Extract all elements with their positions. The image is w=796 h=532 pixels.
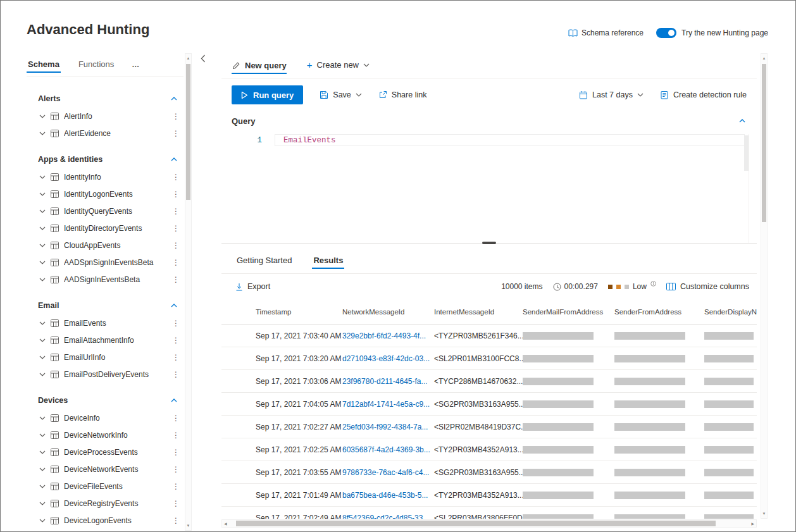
chevron-down-icon[interactable] bbox=[39, 502, 46, 505]
more-options-icon[interactable]: ⋮ bbox=[172, 241, 178, 250]
column-header[interactable]: SenderDisplayName bbox=[704, 308, 757, 316]
scroll-down-arrow[interactable]: ▼ bbox=[761, 512, 767, 516]
schema-table-deviceregistryevents[interactable]: DeviceRegistryEvents⋮ bbox=[27, 495, 183, 512]
scroll-up-arrow[interactable]: ▲ bbox=[761, 56, 767, 60]
horizontal-scrollbar[interactable]: ◀ ▶ bbox=[221, 519, 757, 528]
chevron-down-icon[interactable] bbox=[39, 209, 46, 213]
network-message-id-link[interactable]: 9786733e-76ac-4af6-c4... bbox=[342, 468, 429, 477]
chevron-up-icon[interactable] bbox=[171, 399, 177, 402]
tab-results[interactable]: Results bbox=[312, 256, 344, 273]
more-options-icon[interactable]: ⋮ bbox=[172, 173, 178, 182]
chevron-up-icon[interactable] bbox=[171, 304, 177, 307]
table-row[interactable]: Sep 17, 2021 7:03:55 AM9786733e-76ac-4af… bbox=[221, 461, 757, 484]
collapse-sidebar-button[interactable] bbox=[201, 54, 206, 63]
more-options-icon[interactable]: ⋮ bbox=[172, 414, 178, 423]
schema-group-header[interactable]: Alerts bbox=[27, 90, 183, 108]
schema-table-alertevidence[interactable]: AlertEvidence⋮ bbox=[27, 125, 183, 142]
scrollbar-thumb[interactable] bbox=[236, 521, 716, 526]
schema-table-identitydirectoryevents[interactable]: IdentityDirectoryEvents⋮ bbox=[27, 220, 183, 237]
more-options-icon[interactable]: ⋮ bbox=[172, 207, 178, 216]
more-options-icon[interactable]: ⋮ bbox=[172, 258, 178, 267]
schema-table-aadsignineventsbeta[interactable]: AADSignInEventsBeta⋮ bbox=[27, 271, 183, 288]
scroll-up-arrow[interactable]: ▲ bbox=[185, 56, 191, 60]
more-options-icon[interactable]: ⋮ bbox=[172, 190, 178, 199]
schema-table-identitylogonevents[interactable]: IdentityLogonEvents⋮ bbox=[27, 185, 183, 202]
more-options-icon[interactable]: ⋮ bbox=[172, 112, 178, 121]
column-header[interactable]: InternetMessageId bbox=[434, 308, 523, 316]
schema-group-header[interactable]: Email bbox=[27, 297, 183, 314]
schema-table-alertinfo[interactable]: AlertInfo⋮ bbox=[27, 108, 183, 125]
schema-table-devicenetworkevents[interactable]: DeviceNetworkEvents⋮ bbox=[27, 461, 183, 478]
column-header[interactable]: NetworkMessageId bbox=[342, 308, 434, 316]
network-message-id-link[interactable]: 7d12abf4-1741-4e5a-c9... bbox=[342, 400, 430, 409]
export-button[interactable]: Export bbox=[235, 282, 270, 291]
schema-table-identityqueryevents[interactable]: IdentityQueryEvents⋮ bbox=[27, 202, 183, 220]
table-row[interactable]: Sep 17, 2021 7:02:25 AM6035687f-4a2d-436… bbox=[221, 438, 757, 461]
collapse-query-button[interactable] bbox=[739, 119, 745, 123]
table-row[interactable]: Sep 17, 2021 7:02:27 AM25efd034-f992-438… bbox=[221, 416, 757, 438]
network-message-id-link[interactable]: 23f96780-d211-4645-fa... bbox=[342, 377, 428, 386]
chevron-down-icon[interactable] bbox=[39, 132, 46, 135]
schema-table-emailattachmentinfo[interactable]: EmailAttachmentInfo⋮ bbox=[27, 331, 183, 349]
more-options-icon[interactable]: ⋮ bbox=[172, 336, 178, 345]
table-row[interactable]: Sep 17, 2021 7:03:20 AMd2710943-e83f-42d… bbox=[221, 347, 757, 370]
chevron-down-icon[interactable] bbox=[39, 338, 46, 342]
scroll-left-arrow[interactable]: ◀ bbox=[224, 521, 227, 526]
network-message-id-link[interactable]: 329e2bbf-6fd2-4493-4f... bbox=[342, 331, 426, 340]
schema-table-cloudappevents[interactable]: CloudAppEvents⋮ bbox=[27, 237, 183, 254]
network-message-id-link[interactable]: 25efd034-f992-4384-7a... bbox=[342, 423, 428, 431]
chevron-down-icon[interactable] bbox=[39, 450, 46, 454]
customize-columns-button[interactable]: Customize columns bbox=[666, 282, 749, 291]
save-button[interactable]: Save bbox=[320, 90, 362, 99]
chevron-down-icon[interactable] bbox=[39, 226, 46, 230]
schema-table-devicefileevents[interactable]: DeviceFileEvents⋮ bbox=[27, 478, 183, 495]
more-options-icon[interactable]: ⋮ bbox=[172, 370, 178, 379]
more-options-icon[interactable]: ⋮ bbox=[172, 516, 178, 525]
tab-functions[interactable]: Functions bbox=[77, 59, 115, 77]
more-options-icon[interactable]: ⋮ bbox=[172, 482, 178, 491]
scrollbar-thumb[interactable] bbox=[186, 64, 190, 200]
table-row[interactable]: Sep 17, 2021 7:02:49 AM8f542369-cd2c-4d8… bbox=[221, 507, 757, 519]
chevron-down-icon[interactable] bbox=[39, 261, 46, 264]
chevron-down-icon[interactable] bbox=[39, 114, 46, 118]
results-scrollbar[interactable]: ▲ ▼ bbox=[761, 53, 768, 519]
column-header[interactable]: SenderFromAddress bbox=[614, 308, 704, 316]
more-options-icon[interactable]: ⋮ bbox=[172, 319, 178, 328]
share-link-button[interactable]: Share link bbox=[378, 90, 427, 99]
toggle-switch[interactable] bbox=[656, 28, 676, 38]
query-editor[interactable]: 1 EmailEvents bbox=[232, 134, 749, 243]
chevron-down-icon[interactable] bbox=[39, 433, 46, 437]
chevron-down-icon[interactable] bbox=[39, 175, 46, 179]
column-header[interactable]: Timestamp bbox=[221, 308, 342, 316]
chevron-down-icon[interactable] bbox=[39, 467, 46, 471]
query-text[interactable]: EmailEvents bbox=[283, 136, 336, 145]
schema-table-emailevents[interactable]: EmailEvents⋮ bbox=[27, 314, 183, 331]
create-detection-rule-button[interactable]: Create detection rule bbox=[660, 90, 747, 99]
network-message-id-link[interactable]: d2710943-e83f-42dc-03... bbox=[342, 354, 430, 363]
schema-table-identityinfo[interactable]: IdentityInfo⋮ bbox=[27, 168, 183, 185]
schema-table-emailurlinfo[interactable]: EmailUrlInfo⋮ bbox=[27, 349, 183, 366]
schema-table-deviceprocessevents[interactable]: DeviceProcessEvents⋮ bbox=[27, 443, 183, 461]
more-options-icon[interactable]: ⋮ bbox=[172, 499, 178, 508]
more-options-icon[interactable]: ⋮ bbox=[172, 129, 178, 138]
network-message-id-link[interactable]: ba675bea-d46e-453b-5... bbox=[342, 491, 428, 500]
chevron-down-icon[interactable] bbox=[39, 519, 46, 523]
sidebar-scrollbar[interactable]: ▲ ▼ bbox=[185, 53, 192, 531]
more-options-icon[interactable]: ⋮ bbox=[172, 224, 178, 233]
table-row[interactable]: Sep 17, 2021 7:01:49 AMba675bea-d46e-453… bbox=[221, 484, 757, 507]
network-message-id-link[interactable]: 6035687f-4a2d-4369-3b... bbox=[342, 445, 430, 454]
chevron-down-icon[interactable] bbox=[39, 192, 46, 196]
create-new-button[interactable]: + Create new bbox=[307, 59, 370, 78]
schema-table-devicenetworkinfo[interactable]: DeviceNetworkInfo⋮ bbox=[27, 426, 183, 443]
schema-table-deviceinfo[interactable]: DeviceInfo⋮ bbox=[27, 409, 183, 426]
more-tabs-button[interactable]: … bbox=[132, 60, 140, 77]
chevron-down-icon[interactable] bbox=[39, 416, 46, 420]
scrollbar-thumb[interactable] bbox=[762, 64, 766, 222]
tab-new-query[interactable]: New query bbox=[232, 61, 287, 78]
schema-table-emailpostdeliveryevents[interactable]: EmailPostDeliveryEvents⋮ bbox=[27, 366, 183, 383]
table-row[interactable]: Sep 17, 2021 7:04:05 AM7d12abf4-1741-4e5… bbox=[221, 393, 757, 416]
more-options-icon[interactable]: ⋮ bbox=[172, 465, 178, 474]
schema-table-aadspnsignineventsbeta[interactable]: AADSpnSignInEventsBeta⋮ bbox=[27, 254, 183, 271]
more-options-icon[interactable]: ⋮ bbox=[172, 431, 178, 440]
more-options-icon[interactable]: ⋮ bbox=[172, 448, 178, 457]
